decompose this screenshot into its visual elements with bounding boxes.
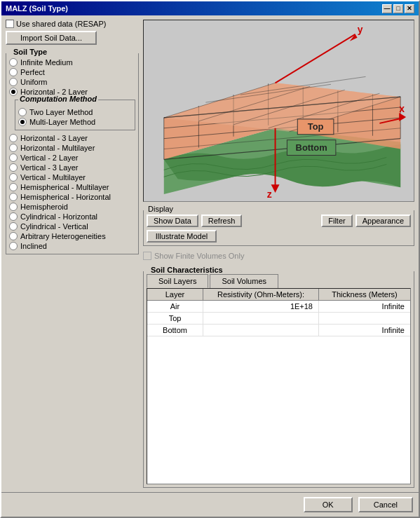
radio-cylindrical-vert-label: Cylindrical - Vertical	[20, 222, 88, 231]
radio-hemispheroid-label: Hemispheroid	[20, 203, 68, 211]
tab-soil-layers[interactable]: Soil Layers	[147, 274, 208, 288]
table-row[interactable]: Air 1E+18 Infinite	[147, 301, 410, 313]
svg-text:x: x	[399, 103, 405, 114]
radio-hemispherical-horiz-input[interactable]	[9, 193, 18, 201]
show-data-button[interactable]: Show Data	[147, 214, 198, 227]
row-bottom-layer: Bottom	[147, 325, 203, 336]
radio-vmultilayer-label: Vertical - Multilayer	[20, 173, 86, 182]
display-row1: Show Data Refresh Filter Appearance	[147, 214, 411, 227]
show-fv-checkbox[interactable]	[143, 252, 151, 260]
radio-arbitrary-input[interactable]	[9, 232, 18, 240]
appearance-button[interactable]: Appearance	[355, 214, 411, 227]
radio-hemispherical-ml-input[interactable]	[9, 183, 18, 191]
radio-cylindrical-horiz[interactable]: Cylindrical - Horizontal	[9, 212, 135, 221]
soil-characteristics-section: Soil Characteristics Soil Layers Soil Vo…	[143, 271, 414, 488]
radio-v3layer-label: Vertical - 3 Layer	[20, 163, 79, 172]
radio-multi-layer-input[interactable]	[18, 118, 27, 126]
soil-table-container: Layer Resistivity (Ohm-Meters): Thicknes…	[147, 288, 411, 484]
cancel-button[interactable]: Cancel	[358, 497, 413, 512]
radio-hemispherical-ml-label: Hemispherical - Multilayer	[20, 183, 109, 191]
shared-data-checkbox[interactable]	[6, 20, 14, 28]
diagram-area: Top Bottom y x z	[143, 20, 414, 202]
radio-h3layer-label: Horizontal - 3 Layer	[20, 134, 88, 142]
radio-cylindrical-horiz-label: Cylindrical - Horizontal	[20, 212, 97, 221]
radio-uniform[interactable]: Uniform	[9, 77, 135, 87]
show-fv-label: Show Finite Volumes Only	[154, 252, 244, 260]
radio-inclined[interactable]: Inclined	[9, 241, 135, 251]
main-content: Use shared data (RESAP) Import Soil Data…	[1, 15, 419, 492]
radio-hemispheroid[interactable]: Hemispheroid	[9, 202, 135, 212]
radio-infinite-medium-label: Infinite Medium	[20, 58, 73, 67]
illustrate-model-button[interactable]: Illustrate Model	[147, 230, 217, 243]
svg-text:Bottom: Bottom	[296, 142, 327, 153]
refresh-button[interactable]: Refresh	[201, 214, 243, 227]
display-group-title: Display	[147, 205, 175, 213]
radio-uniform-label: Uniform	[20, 78, 48, 86]
radio-v2layer[interactable]: Vertical - 2 Layer	[9, 153, 135, 163]
row-bottom-thickness: Infinite	[319, 325, 410, 336]
shared-data-checkbox-label[interactable]: Use shared data (RESAP)	[6, 20, 106, 28]
computation-method-title: Computation Method	[18, 95, 98, 103]
window-title: MALZ (Soil Type)	[6, 4, 68, 13]
radio-two-layer-input[interactable]	[18, 108, 27, 116]
radio-cylindrical-horiz-input[interactable]	[9, 212, 18, 221]
table-row[interactable]: Top	[147, 313, 410, 325]
radio-perfect-input[interactable]	[9, 68, 18, 76]
radio-cylindrical-vert[interactable]: Cylindrical - Vertical	[9, 221, 135, 231]
table-header: Layer Resistivity (Ohm-Meters): Thicknes…	[147, 289, 410, 301]
diagram-svg: Top Bottom y x z	[144, 20, 414, 201]
radio-h2layer-input[interactable]	[9, 88, 18, 96]
radio-v3layer-input[interactable]	[9, 163, 18, 172]
radio-v2layer-input[interactable]	[9, 154, 18, 162]
radio-cylindrical-vert-input[interactable]	[9, 222, 18, 231]
radio-hemispheroid-input[interactable]	[9, 203, 18, 211]
radio-perfect[interactable]: Perfect	[9, 67, 135, 77]
tab-soil-volumes[interactable]: Soil Volumes	[210, 274, 278, 288]
radio-h3layer[interactable]: Horizontal - 3 Layer	[9, 133, 135, 143]
import-btn-row: Import Soil Data...	[6, 31, 139, 45]
radio-arbitrary-label: Arbitrary Heterogeneities	[20, 232, 106, 240]
radio-v3layer[interactable]: Vertical - 3 Layer	[9, 163, 135, 172]
title-bar-buttons: — □ ✕	[382, 4, 414, 13]
row-air-layer: Air	[147, 301, 203, 312]
filter-button[interactable]: Filter	[321, 214, 352, 227]
svg-text:z: z	[267, 189, 272, 200]
radio-hemispherical-horiz[interactable]: Hemispherical - Horizontal	[9, 192, 135, 202]
radio-infinite-medium[interactable]: Infinite Medium	[9, 57, 135, 67]
display-group: Display Show Data Refresh Filter Appeara…	[143, 210, 414, 246]
display-row2: Illustrate Model	[147, 230, 411, 243]
soil-type-group: Soil Type Infinite Medium Perfect Unifor…	[6, 53, 139, 254]
radio-hmultilayer[interactable]: Horizontal - Multilayer	[9, 143, 135, 153]
radio-multi-layer[interactable]: Multi-Layer Method	[18, 117, 132, 127]
row-top-layer: Top	[147, 313, 203, 324]
close-button[interactable]: ✕	[405, 4, 414, 13]
radio-h3layer-input[interactable]	[9, 134, 18, 142]
radio-hmultilayer-input[interactable]	[9, 144, 18, 152]
soil-char-title: Soil Characteristics	[149, 266, 224, 274]
right-panel: Top Bottom y x z	[143, 20, 414, 488]
minimize-button[interactable]: —	[382, 4, 392, 13]
import-soil-data-button[interactable]: Import Soil Data...	[6, 31, 97, 45]
radio-arbitrary[interactable]: Arbitrary Heterogeneities	[9, 231, 135, 241]
bottom-bar: OK Cancel	[1, 492, 419, 517]
radio-inclined-label: Inclined	[20, 242, 47, 250]
radio-vmultilayer[interactable]: Vertical - Multilayer	[9, 172, 135, 182]
radio-hemispherical-ml[interactable]: Hemispherical - Multilayer	[9, 182, 135, 192]
radio-hmultilayer-label: Horizontal - Multilayer	[20, 144, 95, 152]
maximize-button[interactable]: □	[393, 4, 403, 13]
row-air-thickness: Infinite	[319, 301, 410, 312]
radio-uniform-input[interactable]	[9, 78, 18, 86]
radio-multi-layer-label: Multi-Layer Method	[29, 118, 95, 126]
radio-two-layer-label: Two Layer Method	[29, 108, 93, 116]
table-row[interactable]: Bottom Infinite	[147, 325, 410, 336]
col-layer: Layer	[147, 289, 203, 300]
radio-infinite-medium-input[interactable]	[9, 58, 18, 67]
radio-two-layer[interactable]: Two Layer Method	[18, 107, 132, 117]
svg-text:Top: Top	[308, 121, 324, 132]
radio-vmultilayer-input[interactable]	[9, 173, 18, 182]
radio-v2layer-label: Vertical - 2 Layer	[20, 154, 79, 162]
ok-button[interactable]: OK	[304, 497, 353, 512]
row-top-thickness	[319, 313, 410, 324]
radio-inclined-input[interactable]	[9, 242, 18, 250]
row-bottom-resistivity	[203, 325, 319, 336]
